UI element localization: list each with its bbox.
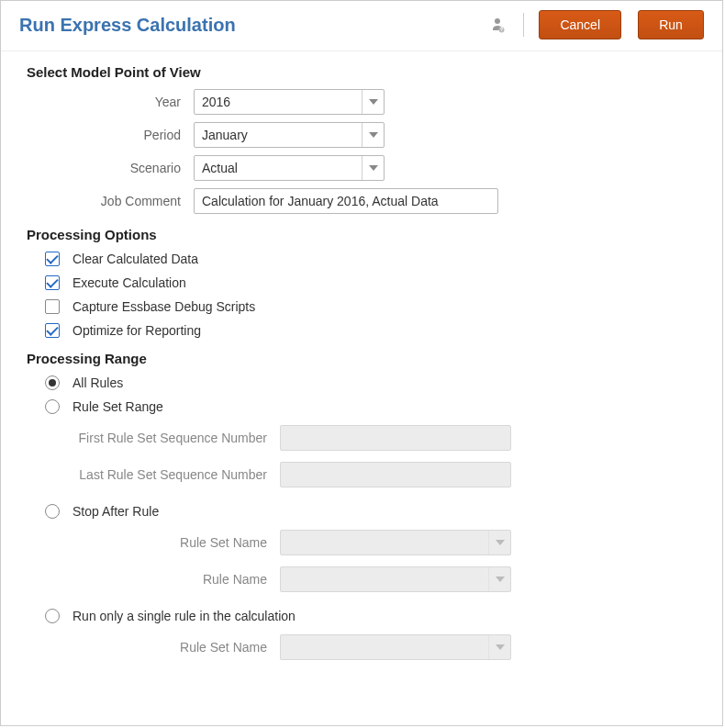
range-ruleset-row: Rule Set Range <box>45 399 704 414</box>
opt-clear-row: Clear Calculated Data <box>45 252 704 266</box>
dialog-title: Run Express Calculation <box>19 15 481 36</box>
opt-debug-row: Capture Essbase Debug Scripts <box>45 299 704 314</box>
period-label: Period <box>27 128 194 142</box>
opt-optimize-row: Optimize for Reporting <box>45 323 704 338</box>
stop-rulename-select <box>280 566 511 592</box>
range-single-row: Run only a single rule in the calculatio… <box>45 609 704 623</box>
range-single-radio[interactable] <box>45 609 60 623</box>
stop-ruleset-row: Rule Set Name <box>45 530 704 555</box>
chevron-down-icon <box>362 123 384 147</box>
scenario-label: Scenario <box>27 161 194 175</box>
opt-execute-row: Execute Calculation <box>45 275 704 290</box>
opt-debug-label: Capture Essbase Debug Scripts <box>72 299 255 314</box>
stop-rulename-label: Rule Name <box>45 572 280 587</box>
opt-execute-checkbox[interactable] <box>45 275 60 290</box>
stop-ruleset-select <box>280 530 511 555</box>
opt-optimize-label: Optimize for Reporting <box>72 323 201 338</box>
range-stop-row: Stop After Rule <box>45 504 704 519</box>
cancel-button[interactable]: Cancel <box>539 10 621 39</box>
range-all-rules-row: All Rules <box>45 375 704 390</box>
chevron-down-icon <box>488 635 510 659</box>
section-range-heading: Processing Range <box>27 351 704 366</box>
scenario-select[interactable]: Actual <box>194 155 385 181</box>
user-help-icon[interactable]: ? <box>490 17 505 33</box>
opt-clear-checkbox[interactable] <box>45 252 60 266</box>
single-ruleset-label: Rule Set Name <box>45 640 280 655</box>
chevron-down-icon <box>488 531 510 554</box>
chevron-down-icon <box>362 156 384 180</box>
opt-clear-label: Clear Calculated Data <box>72 252 198 266</box>
header-divider <box>523 13 524 37</box>
period-value: January <box>202 128 356 142</box>
range-ruleset-radio[interactable] <box>45 399 60 414</box>
single-ruleset-row: Rule Set Name <box>45 634 704 660</box>
last-seq-label: Last Rule Set Sequence Number <box>45 467 280 482</box>
year-row: Year 2016 <box>27 89 704 115</box>
range-single-label: Run only a single rule in the calculatio… <box>72 609 296 623</box>
stop-rulename-row: Rule Name <box>45 566 704 592</box>
year-label: Year <box>27 95 194 109</box>
range-all-rules-radio[interactable] <box>45 375 60 390</box>
svg-text:?: ? <box>500 27 503 32</box>
dialog-body[interactable]: Select Model Point of View Year 2016 Per… <box>1 50 722 725</box>
chevron-down-icon <box>362 90 384 114</box>
last-seq-input <box>280 462 511 487</box>
last-seq-row: Last Rule Set Sequence Number <box>45 462 704 487</box>
dialog-header: Run Express Calculation ? Cancel Run <box>1 1 722 50</box>
opt-execute-label: Execute Calculation <box>72 275 186 290</box>
range-stop-radio[interactable] <box>45 504 60 519</box>
range-ruleset-label: Rule Set Range <box>72 399 163 414</box>
range-all-rules-label: All Rules <box>72 375 123 390</box>
scenario-value: Actual <box>202 161 356 175</box>
first-seq-row: First Rule Set Sequence Number <box>45 425 704 451</box>
chevron-down-icon <box>488 567 510 591</box>
run-express-calculation-dialog: Run Express Calculation ? Cancel Run Sel… <box>0 0 723 726</box>
period-row: Period January <box>27 122 704 148</box>
year-select[interactable]: 2016 <box>194 89 385 115</box>
section-pov-heading: Select Model Point of View <box>27 64 704 80</box>
comment-label: Job Comment <box>27 194 194 208</box>
single-ruleset-select <box>280 634 511 660</box>
run-button[interactable]: Run <box>638 10 704 39</box>
stop-ruleset-label: Rule Set Name <box>45 535 280 550</box>
opt-optimize-checkbox[interactable] <box>45 323 60 338</box>
year-value: 2016 <box>202 95 356 109</box>
opt-debug-checkbox[interactable] <box>45 299 60 314</box>
range-stop-label: Stop After Rule <box>72 504 159 519</box>
first-seq-input <box>280 425 511 451</box>
comment-row: Job Comment <box>27 188 704 214</box>
scenario-row: Scenario Actual <box>27 155 704 181</box>
first-seq-label: First Rule Set Sequence Number <box>45 431 280 445</box>
comment-input[interactable] <box>194 188 498 214</box>
period-select[interactable]: January <box>194 122 385 148</box>
section-options-heading: Processing Options <box>27 227 704 242</box>
